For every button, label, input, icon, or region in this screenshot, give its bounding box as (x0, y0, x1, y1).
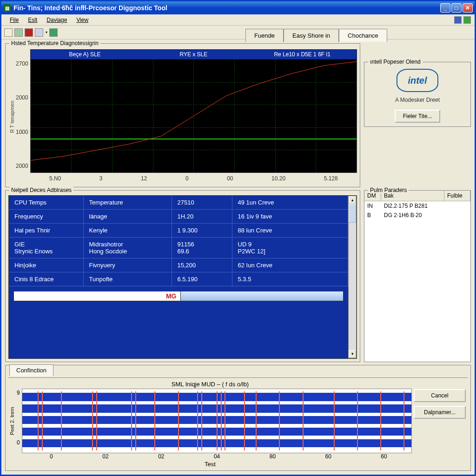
list-cell: Dl2.2·175 P B281 (381, 202, 444, 210)
cancel-button[interactable]: Cancel (414, 389, 466, 402)
table-cell: UD 9 P2WC 12] (232, 238, 348, 258)
bottom-y-label: Peet 2. Inrrn (8, 389, 16, 453)
table-cell: 5.3.5 (232, 272, 348, 286)
dalpnamer-button[interactable]: Dalpnamer... (414, 406, 466, 419)
list-item[interactable]: INDl2.2·175 P B281 (364, 201, 470, 211)
spike-marker (217, 391, 218, 450)
help-icon[interactable] (454, 16, 462, 24)
intel-logo-icon: intel (397, 69, 438, 92)
ytick: 0 (17, 439, 20, 446)
bottom-plot[interactable] (22, 389, 412, 453)
titlebar: ▤ Fin- Tins; Inted·6ħĉ infłl-Prcoesor Di… (1, 1, 475, 14)
open-icon[interactable] (14, 28, 23, 37)
table-cell: 49 1un Creve (232, 196, 348, 210)
list-cell (444, 202, 470, 210)
params-group-title: Pulm Paraders (368, 187, 409, 193)
menu-file[interactable]: File (5, 15, 23, 25)
spike-marker (131, 391, 132, 450)
params-body[interactable]: INDl2.2·175 P B281BDG 2·1H6 B·20 (364, 201, 470, 362)
params-col[interactable]: Fulble (444, 191, 470, 201)
scroll-down-button[interactable]: ▾ (349, 350, 356, 358)
xtick: 10.20 (271, 175, 285, 182)
table-row[interactable]: GIE Strynic EnowsMidrashotror Hong Socdo… (9, 238, 348, 258)
data-table-group: Nelpell Deces Adblrases CPU TempsTempera… (5, 190, 360, 362)
fieler-tite-button[interactable]: Fieler Tite... (395, 110, 441, 123)
xtick: 60 (325, 453, 331, 461)
spike-marker (303, 391, 304, 450)
xtick: 12 (141, 175, 147, 182)
spike-marker (357, 391, 358, 450)
table-cell: Hin|oike (9, 258, 83, 272)
xtick: 02 (102, 453, 108, 461)
table-cell: Midrashotror Hong Socdole (83, 238, 172, 258)
content-area: Hsted Temperature Diagnotessigrin R T te… (1, 40, 475, 475)
table-row[interactable]: Hin|oikeFivnyuery15,20062 Iun Creve (9, 258, 348, 272)
xtick: 5.128 (324, 175, 338, 182)
save-icon[interactable] (35, 28, 43, 37)
table-group-title: Nelpell Deces Adblrases (9, 187, 73, 193)
spike-marker (403, 391, 404, 450)
progress-label: MG (13, 291, 181, 301)
app-icon: ▤ (3, 4, 11, 12)
ytick: 2700 (16, 60, 28, 67)
table-cell: Kenyle (83, 224, 172, 238)
xtick: 3 (99, 175, 103, 182)
bottom-chart-title: SML Iniqje MUD – ( f ds o/lb) (8, 380, 412, 389)
chevron-down-icon[interactable]: ▾ (45, 30, 47, 34)
temperature-chart-group: Hsted Temperature Diagnotessigrin R T te… (5, 43, 360, 187)
close-button[interactable]: ✕ (463, 3, 473, 13)
chart-x-ticks: 5.N0 3 12 0 00 10.20 5.128 (30, 173, 357, 184)
window-title: Fin- Tins; Inted·6ħĉ infłl-Prcoesor Digg… (13, 4, 440, 12)
menubar: File Eslt Daviage View (1, 14, 475, 26)
run-icon[interactable] (49, 28, 58, 37)
maximize-button[interactable]: □ (451, 3, 462, 13)
stop-icon[interactable] (25, 28, 33, 37)
spike-marker (256, 391, 257, 450)
menu-edit[interactable]: Eslt (23, 15, 42, 25)
table-row[interactable]: Hal pes ThnirKenyle1 9.30088 lun Creve (9, 224, 348, 238)
table-cell: GIE Strynic Enows (9, 238, 83, 258)
ytick: 2000 (16, 163, 28, 169)
spike-marker (244, 391, 245, 450)
list-item[interactable]: BDG 2·1H6 B·20 (364, 211, 470, 220)
menu-daviage[interactable]: Daviage (42, 15, 72, 25)
spike-marker (221, 391, 222, 450)
right-pad: Pulm Paraders DM Bak Fulble INDl2.2·175 … (364, 190, 471, 362)
table-cell: Cinis 8 Edrace (9, 272, 83, 286)
table-cell: Fivnyuery (83, 258, 172, 272)
table-row[interactable]: CPU TempsTemperature2751049 1un Creve (9, 196, 348, 210)
table-cell: 1 9.300 (172, 224, 232, 238)
table-cell: 62 Iun Creve (232, 258, 348, 272)
temperature-plot[interactable] (30, 60, 357, 173)
scroll-thumb[interactable] (349, 204, 356, 223)
vertical-scrollbar[interactable]: ▴ ▾ (348, 196, 357, 358)
progress-fill (181, 291, 344, 301)
table-row[interactable]: Frequencylánage1H.2016 1iv 9 fave (9, 210, 348, 224)
toolbar: ▾ (1, 26, 475, 40)
new-icon[interactable] (4, 28, 13, 37)
info-icon[interactable] (463, 16, 471, 24)
table-row[interactable]: Cinis 8 EdraceTunpofte6.5.1905.3.5 (9, 272, 348, 286)
spike-marker (178, 391, 179, 450)
window-controls: _ □ ✕ (440, 3, 473, 13)
menu-view[interactable]: View (72, 15, 93, 25)
list-cell: DG 2·1H6 B·20 (381, 212, 444, 219)
intel-subtitle: A Modesker Dreet (368, 97, 467, 103)
table-cell: Hal pes Thnir (9, 224, 83, 238)
chart-header-seg: RYE x SLE (139, 51, 248, 58)
table-cell: lánage (83, 210, 172, 224)
table-cell: 15,200 (172, 258, 232, 272)
spike-marker (197, 391, 198, 450)
tab-confinction[interactable]: Confinction (9, 364, 53, 376)
app-window: ▤ Fin- Tins; Inted·6ħĉ infłl-Prcoesor Di… (0, 0, 476, 476)
bottom-buttons: Cancel Dalpnamer... (412, 380, 468, 468)
right-panel: ıntell Popeser Olend intel A Modesker Dr… (364, 62, 471, 187)
table-cell: Frequency (9, 210, 83, 224)
minimize-button[interactable]: _ (440, 3, 450, 13)
table-cell: 1H.20 (172, 210, 232, 224)
scroll-up-button[interactable]: ▴ (349, 196, 356, 204)
upper-row: Hsted Temperature Diagnotessigrin R T te… (5, 43, 471, 187)
params-group: Pulm Paraders DM Bak Fulble INDl2.2·175 … (364, 190, 471, 362)
list-cell: IN (364, 202, 381, 210)
ytick: 1000 (16, 129, 28, 135)
